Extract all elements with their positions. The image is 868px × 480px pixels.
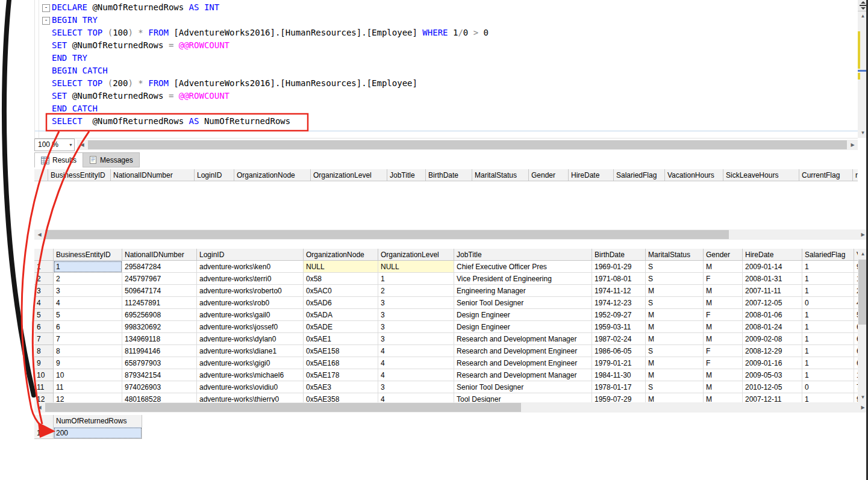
column-header[interactable]: OrganizationNode — [304, 249, 378, 261]
code-line[interactable]: BEGIN CATCH — [35, 64, 858, 77]
grid-cell[interactable]: S — [646, 273, 704, 285]
grid-cell[interactable]: Tool Designer — [454, 393, 592, 402]
grid-cell[interactable]: M — [646, 321, 704, 333]
grid-cell[interactable]: 0x5AD6 — [304, 297, 378, 309]
column-header[interactable]: LoginID — [195, 169, 234, 181]
grid-cell[interactable]: Senior Tool Designer — [454, 297, 592, 309]
grid-cell[interactable]: M — [646, 285, 704, 297]
grid-cell[interactable]: 2008-12-29 — [743, 345, 802, 357]
row-number[interactable]: 3 — [34, 285, 54, 297]
code-line[interactable]: END TRY — [35, 52, 858, 64]
grid-cell[interactable]: adventure-works\ken0 — [197, 261, 304, 273]
row-number[interactable]: 11 — [34, 381, 54, 393]
column-header[interactable]: MaritalStatus — [646, 249, 704, 261]
grid-cell[interactable]: 1984-11-30 — [592, 369, 646, 381]
grid-cell[interactable]: 4 — [378, 345, 454, 357]
grid-cell[interactable]: 3 — [378, 333, 454, 345]
grid-cell[interactable]: adventure-works\michael6 — [197, 369, 304, 381]
row-number[interactable]: 1 — [34, 261, 54, 273]
grid2-horizontal-scrollbar[interactable]: ◀ ▶ — [34, 402, 868, 413]
grid-cell[interactable]: 2009-02-08 — [743, 333, 802, 345]
grid-cell[interactable]: 2 — [54, 273, 122, 285]
grid-cell[interactable]: S — [646, 261, 704, 273]
grid-cell[interactable]: Research and Development Manager — [454, 369, 592, 381]
grid-cell[interactable]: 1 — [802, 369, 854, 381]
grid-cell[interactable]: 1 — [802, 273, 854, 285]
grid-cell[interactable]: M — [704, 321, 743, 333]
grid-cell[interactable]: 12 — [54, 393, 122, 402]
grid-cell[interactable]: S — [646, 381, 704, 393]
grid-cell[interactable]: Engineering Manager — [454, 285, 592, 297]
grid-cell[interactable]: 2009-01-14 — [743, 261, 802, 273]
grid-cell[interactable]: 1 — [802, 345, 854, 357]
scroll-left-icon[interactable]: ◀ — [34, 229, 45, 240]
column-header[interactable]: BusinessEntityID — [48, 169, 111, 181]
grid-cell[interactable]: 112457891 — [122, 297, 197, 309]
grid-cell[interactable]: 998320692 — [122, 321, 197, 333]
column-header[interactable]: SalariedFlag — [614, 169, 665, 181]
grid-cell[interactable]: 2009-01-16 — [743, 357, 802, 369]
select-all-corner[interactable] — [34, 415, 54, 428]
grid-cell[interactable]: Vice President of Engineering — [454, 273, 592, 285]
grid-cell[interactable]: NULL — [304, 261, 378, 273]
scroll-left-icon[interactable]: ◀ — [77, 140, 87, 150]
grid-cell[interactable]: 2008-01-24 — [743, 321, 802, 333]
grid-cell[interactable]: 1974-12-23 — [592, 297, 646, 309]
grid-cell[interactable]: F — [704, 309, 743, 321]
grid-cell[interactable]: 2 — [378, 285, 454, 297]
grid-cell[interactable]: adventure-works\dylan0 — [197, 333, 304, 345]
column-header[interactable]: OrganizationLevel — [311, 169, 387, 181]
zoom-level-select[interactable]: 100 % ▼ — [34, 139, 75, 151]
row-number[interactable]: 5 — [34, 309, 54, 321]
grid-cell[interactable]: 1 — [802, 285, 854, 297]
grid-cell[interactable]: 1986-06-05 — [592, 345, 646, 357]
grid-cell[interactable]: 3 — [378, 321, 454, 333]
grid-cell[interactable]: adventure-works\jossef0 — [197, 321, 304, 333]
grid-cell[interactable]: 2007-12-11 — [743, 393, 802, 402]
grid-cell[interactable]: 0x5AE158 — [304, 345, 378, 357]
grid-cell[interactable]: 3 — [378, 381, 454, 393]
grid-cell[interactable]: M — [646, 309, 704, 321]
column-header[interactable]: BirthDate — [592, 249, 646, 261]
grid-cell[interactable]: 658797903 — [122, 357, 197, 369]
grid-cell[interactable]: M — [646, 369, 704, 381]
grid-cell[interactable]: 1 — [802, 261, 854, 273]
grid-cell[interactable]: 11 — [54, 381, 122, 393]
grid-cell[interactable]: 879342154 — [122, 369, 197, 381]
grid-cell[interactable]: M — [704, 285, 743, 297]
grid-cell[interactable]: 2008-01-31 — [743, 273, 802, 285]
grid-cell[interactable]: 0 — [802, 381, 854, 393]
grid-cell[interactable]: 480168528 — [122, 393, 197, 402]
column-header[interactable]: HireDate — [743, 249, 802, 261]
grid-cell[interactable]: 1959-07-29 — [592, 393, 646, 402]
grid-cell[interactable]: 0x5AE1 — [304, 333, 378, 345]
grid-cell[interactable]: M — [646, 333, 704, 345]
column-header[interactable]: MaritalStatus — [472, 169, 529, 181]
grid-cell[interactable]: 1 — [802, 357, 854, 369]
grid-cell[interactable]: M — [646, 357, 704, 369]
grid-cell[interactable]: 2008-01-06 — [743, 309, 802, 321]
grid-cell[interactable]: Chief Executive Officer Pres — [454, 261, 592, 273]
column-header[interactable]: BusinessEntityID — [54, 249, 122, 261]
code-line[interactable]: SELECT TOP (100) * FROM [AdventureWorks2… — [35, 26, 858, 39]
grid-cell[interactable]: 1978-01-17 — [592, 381, 646, 393]
results-grid-empty[interactable]: BusinessEntityIDNationalIDNumberLoginIDO… — [34, 169, 858, 229]
grid-cell[interactable]: 1979-01-21 — [592, 357, 646, 369]
grid-cell[interactable]: 295847284 — [122, 261, 197, 273]
column-header[interactable]: NationalIDNumber — [122, 249, 197, 261]
row-number[interactable]: 12 — [34, 393, 54, 402]
grid-cell[interactable]: 0x5ADE — [304, 321, 378, 333]
column-header[interactable]: VacationHours — [665, 169, 723, 181]
code-line[interactable]: SELECT @NumOfReturnedRows AS NumOfReturn… — [35, 115, 858, 128]
grid-cell[interactable]: adventure-works\terri0 — [197, 273, 304, 285]
grid-cell[interactable]: 0x5AC0 — [304, 285, 378, 297]
grid-cell[interactable]: F — [704, 357, 743, 369]
grid-cell[interactable]: 0x58 — [304, 273, 378, 285]
row-number[interactable]: 10 — [34, 369, 54, 381]
row-number[interactable]: 9 — [34, 357, 54, 369]
sql-editor[interactable]: -DECLARE @NumOfReturnedRows AS INT-BEGIN… — [34, 0, 858, 138]
grid-cell[interactable]: NULL — [378, 261, 454, 273]
select-all-corner[interactable] — [34, 169, 48, 181]
grid-cell[interactable]: 1 — [802, 309, 854, 321]
code-area[interactable]: -DECLARE @NumOfReturnedRows AS INT-BEGIN… — [35, 1, 858, 128]
